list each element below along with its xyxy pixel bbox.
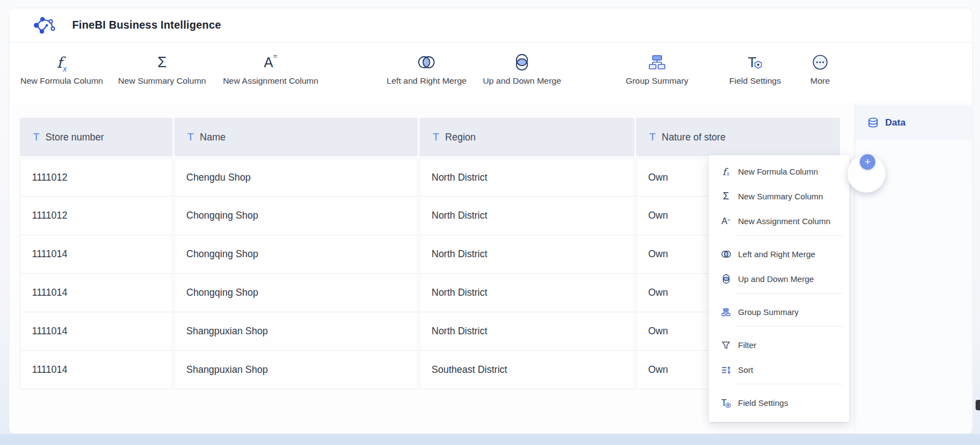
table-cell: Chongqing Shop	[174, 197, 418, 235]
menu-item-field-settings[interactable]: T Field Settings	[709, 390, 849, 415]
toolbar-field-settings[interactable]: T Field Settings	[729, 50, 781, 86]
table-cell: 1111012	[20, 158, 173, 197]
sigma-icon: Σ	[720, 191, 732, 202]
text-type-icon: T	[187, 131, 194, 143]
table-cell: Southeast District	[419, 351, 634, 389]
menu-separator	[734, 235, 844, 236]
column-header-store-number[interactable]: T Store number	[20, 118, 173, 156]
toolbar-item-label: More	[810, 76, 830, 86]
text-type-icon: T	[649, 131, 656, 143]
menu-item-sort[interactable]: Sort	[709, 357, 849, 382]
column-header-nature-of-store[interactable]: T Nature of store	[636, 118, 840, 156]
add-button[interactable]: +	[860, 154, 875, 170]
text-type-icon: T	[433, 131, 439, 143]
toolbar-item-label: Left and Right Merge	[387, 76, 467, 86]
menu-item-up-down-merge[interactable]: Up and Down Merge	[709, 267, 849, 291]
toolbar-group-summary[interactable]: Group Summary	[626, 50, 688, 86]
toolbar-item-label: New Assignment Column	[223, 76, 318, 86]
toolbar-item-label: Up and Down Merge	[483, 76, 561, 86]
more-icon	[810, 50, 830, 74]
app-title: FineBI Business Intelligence	[72, 19, 221, 31]
table-cell: 1111014	[20, 274, 173, 312]
finebi-logo-icon	[31, 14, 57, 36]
table-cell: Chongqing Shop	[174, 274, 418, 312]
field-settings-icon: T	[720, 396, 732, 410]
database-icon	[867, 117, 879, 129]
table-cell: Chongqing Shop	[174, 235, 418, 274]
table-cell: 1111014	[20, 351, 173, 389]
data-panel-tab[interactable]: Data	[855, 105, 972, 140]
table-cell: 1111012	[20, 197, 173, 235]
table-cell: 1111014	[20, 235, 173, 274]
column-header-name[interactable]: T Name	[174, 118, 418, 156]
data-panel: Data	[854, 103, 972, 433]
venn-horizontal-icon	[720, 248, 732, 260]
sort-icon	[720, 365, 732, 375]
menu-item-left-right-merge[interactable]: Left and Right Merge	[709, 242, 849, 267]
menu-item-new-formula-column[interactable]: fx New Formula Column	[709, 159, 849, 184]
sigma-icon: Σ	[158, 50, 167, 74]
toolbar-up-down-merge[interactable]: Up and Down Merge	[483, 50, 561, 86]
bottom-bar	[0, 434, 980, 445]
app-header: FineBI Business Intelligence	[9, 8, 972, 42]
table-cell: North District	[419, 235, 634, 274]
toolbar-item-label: Field Settings	[729, 76, 781, 86]
menu-separator	[734, 293, 844, 294]
text-type-icon: T	[33, 131, 40, 143]
table-cell: North District	[419, 158, 634, 197]
menu-item-new-assignment-column[interactable]: A= New Assignment Column	[709, 209, 849, 234]
toolbar: fx New Formula Column Σ New Summary Colu…	[9, 42, 972, 104]
field-settings-icon: T	[748, 50, 762, 74]
table-cell: Shangpuxian Shop	[174, 351, 418, 389]
edge-handle[interactable]	[976, 400, 980, 410]
toolbar-item-label: Group Summary	[626, 76, 688, 86]
table-cell: North District	[419, 197, 634, 235]
data-panel-title: Data	[885, 117, 906, 128]
table-column-region: T Region North District North District N…	[419, 118, 634, 389]
column-header-region[interactable]: T Region	[419, 118, 634, 156]
fx-icon: fx	[57, 50, 67, 74]
toolbar-new-summary-column[interactable]: Σ New Summary Column	[118, 50, 206, 86]
venn-horizontal-icon	[416, 50, 437, 74]
org-chart-icon	[647, 50, 667, 74]
assignment-icon: A=	[720, 216, 732, 226]
assignment-icon: A=	[264, 50, 277, 74]
menu-item-new-summary-column[interactable]: Σ New Summary Column	[709, 184, 849, 209]
table-cell: North District	[419, 312, 634, 351]
toolbar-more[interactable]: More	[810, 50, 830, 86]
column-context-menu: fx New Formula Column Σ New Summary Colu…	[709, 155, 849, 422]
menu-item-group-summary[interactable]: Group Summary	[709, 300, 849, 324]
filter-icon	[720, 340, 732, 350]
toolbar-item-label: New Formula Column	[20, 76, 103, 86]
table-column-name: T Name Chengdu Shop Chongqing Shop Chong…	[174, 118, 418, 389]
venn-vertical-icon	[720, 273, 732, 285]
toolbar-new-assignment-column[interactable]: A= New Assignment Column	[223, 50, 318, 86]
table-cell: Shangpuxian Shop	[174, 312, 418, 351]
table-column-store-number: T Store number 1111012 1111012 1111014 1…	[20, 118, 173, 389]
app-window: FineBI Business Intelligence fx New Form…	[9, 8, 973, 434]
fx-icon: fx	[720, 166, 732, 177]
toolbar-left-right-merge[interactable]: Left and Right Merge	[387, 50, 467, 86]
toolbar-item-label: New Summary Column	[118, 76, 206, 86]
menu-separator	[734, 326, 844, 327]
toolbar-new-formula-column[interactable]: fx New Formula Column	[20, 50, 103, 86]
table-cell: 1111014	[20, 312, 173, 351]
menu-item-filter[interactable]: Filter	[709, 333, 849, 357]
org-chart-icon	[720, 307, 732, 318]
menu-separator	[734, 384, 844, 384]
table-cell: North District	[419, 274, 634, 312]
table-cell: Chengdu Shop	[174, 158, 418, 197]
venn-vertical-icon	[511, 50, 532, 74]
